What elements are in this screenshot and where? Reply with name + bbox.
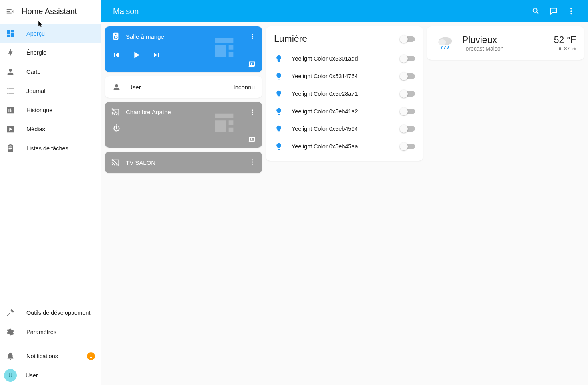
light-name: Yeelight Color 0x5eb4594 bbox=[292, 126, 358, 132]
prev-button[interactable] bbox=[111, 50, 121, 60]
lights-title: Lumière bbox=[274, 34, 307, 44]
avatar: U bbox=[4, 369, 17, 382]
chat-button[interactable] bbox=[545, 2, 562, 20]
sidebar-item-label: Médias bbox=[26, 126, 45, 132]
svg-line-15 bbox=[445, 46, 445, 49]
sidebar-item-apercu[interactable]: Aperçu bbox=[0, 24, 101, 43]
svg-point-6 bbox=[252, 109, 253, 111]
main: Maison Salle à manger bbox=[101, 0, 588, 385]
browse-media-button[interactable] bbox=[248, 59, 256, 68]
dashboard-icon bbox=[6, 29, 15, 38]
bulb-icon bbox=[274, 142, 284, 150]
lights-card: Lumière Yeelight Color 0x5301add Yeeligh… bbox=[266, 26, 423, 161]
person-icon bbox=[112, 83, 121, 91]
light-name: Yeelight Color 0x5301add bbox=[292, 55, 358, 62]
light-row[interactable]: Yeelight Color 0x5e28a71 bbox=[274, 85, 415, 103]
light-row[interactable]: Yeelight Color 0x5301add bbox=[274, 50, 415, 67]
media-card-salle[interactable]: Salle à manger bbox=[105, 26, 262, 72]
person-state: Inconnu bbox=[234, 84, 255, 91]
sidebar-item-user[interactable]: U User bbox=[0, 366, 101, 385]
clipboard-icon bbox=[6, 144, 15, 153]
cast-off-icon bbox=[111, 158, 120, 167]
svg-point-1 bbox=[570, 10, 572, 12]
svg-point-11 bbox=[252, 164, 253, 165]
svg-line-16 bbox=[448, 46, 449, 49]
light-toggle[interactable] bbox=[401, 91, 415, 97]
next-button[interactable] bbox=[151, 50, 161, 60]
light-toggle[interactable] bbox=[401, 109, 415, 114]
account-icon bbox=[6, 67, 15, 77]
browse-media-button[interactable] bbox=[248, 135, 256, 144]
sidebar-item-journal[interactable]: Journal bbox=[0, 81, 101, 101]
light-toggle[interactable] bbox=[401, 73, 415, 79]
flash-icon bbox=[6, 48, 15, 57]
sidebar-item-carte[interactable]: Carte bbox=[0, 62, 101, 81]
sidebar-item-dev[interactable]: Outils de développement bbox=[0, 303, 101, 322]
svg-point-9 bbox=[252, 159, 253, 160]
light-row[interactable]: Yeelight Color 0x5eb41a2 bbox=[274, 103, 415, 120]
media-more-button[interactable] bbox=[246, 30, 259, 43]
light-name: Yeelight Color 0x5eb45aa bbox=[292, 143, 358, 150]
gear-icon bbox=[6, 327, 15, 337]
light-row[interactable]: Yeelight Color 0x5eb4594 bbox=[274, 120, 415, 138]
sidebar-item-settings[interactable]: Paramètres bbox=[0, 322, 101, 342]
page-title: Maison bbox=[113, 7, 139, 16]
media-name: Chambre Agathe bbox=[126, 109, 171, 115]
svg-point-3 bbox=[252, 34, 253, 35]
person-card[interactable]: User Inconnu bbox=[105, 76, 262, 98]
sidebar-item-label: Carte bbox=[26, 69, 40, 75]
notification-badge: 1 bbox=[87, 352, 95, 360]
svg-point-7 bbox=[252, 112, 253, 113]
svg-point-5 bbox=[252, 38, 253, 39]
sidebar: Home Assistant Aperçu Énergie Carte Jour… bbox=[0, 0, 101, 385]
content: Salle à manger User Inconnu bbox=[101, 22, 588, 385]
bulb-icon bbox=[274, 55, 284, 63]
light-toggle[interactable] bbox=[401, 144, 415, 149]
media-card-chambre[interactable]: Chambre Agathe bbox=[105, 102, 262, 148]
media-more-button[interactable] bbox=[246, 106, 259, 118]
light-name: Yeelight Color 0x5314764 bbox=[292, 73, 358, 79]
sidebar-item-historique[interactable]: Historique bbox=[0, 101, 101, 120]
play-button[interactable] bbox=[131, 49, 142, 61]
light-name: Yeelight Color 0x5eb41a2 bbox=[292, 108, 358, 115]
col-1: Salle à manger User Inconnu bbox=[105, 26, 262, 173]
bulb-icon bbox=[274, 125, 284, 133]
bell-icon bbox=[6, 351, 15, 361]
hammer-icon bbox=[6, 308, 15, 318]
sidebar-nav: Aperçu Énergie Carte Journal Historique … bbox=[0, 22, 101, 303]
speaker-icon bbox=[111, 32, 120, 41]
more-button[interactable] bbox=[562, 2, 580, 20]
media-name: TV SALON bbox=[126, 159, 155, 166]
sidebar-item-energie[interactable]: Énergie bbox=[0, 43, 101, 62]
light-row[interactable]: Yeelight Color 0x5eb45aa bbox=[274, 138, 415, 155]
bulb-icon bbox=[274, 90, 284, 98]
light-toggle[interactable] bbox=[401, 56, 415, 61]
sidebar-item-label: Paramètres bbox=[26, 329, 56, 335]
media-more-button[interactable] bbox=[246, 156, 259, 168]
search-button[interactable] bbox=[527, 2, 545, 20]
weather-card[interactable]: Pluvieux Forecast Maison 52 °F 87 % bbox=[427, 26, 584, 60]
sidebar-item-label: User bbox=[26, 372, 38, 379]
sidebar-item-listes[interactable]: Listes de tâches bbox=[0, 139, 101, 158]
svg-line-14 bbox=[441, 46, 442, 49]
lights-master-toggle[interactable] bbox=[401, 36, 415, 42]
sidebar-item-notifications[interactable]: Notifications 1 bbox=[0, 347, 101, 366]
sidebar-item-label: Historique bbox=[26, 107, 52, 113]
menu-collapse-icon[interactable] bbox=[6, 7, 14, 16]
media-art-icon bbox=[210, 109, 238, 137]
media-card-tv[interactable]: TV SALON bbox=[105, 152, 262, 173]
sidebar-item-label: Listes de tâches bbox=[26, 145, 68, 152]
media-name: Salle à manger bbox=[126, 33, 166, 40]
light-row[interactable]: Yeelight Color 0x5314764 bbox=[274, 67, 415, 85]
bulb-icon bbox=[274, 107, 284, 115]
sidebar-item-label: Outils de développement bbox=[26, 310, 90, 316]
sidebar-item-label: Aperçu bbox=[26, 30, 45, 37]
light-toggle[interactable] bbox=[401, 126, 415, 132]
list-icon bbox=[6, 86, 15, 96]
col-3: Pluvieux Forecast Maison 52 °F 87 % bbox=[427, 26, 584, 60]
chart-icon bbox=[6, 105, 15, 115]
sidebar-item-medias[interactable]: Médias bbox=[0, 120, 101, 139]
divider bbox=[0, 344, 101, 344]
weather-forecast: Forecast Maison bbox=[462, 45, 503, 52]
sidebar-item-label: Énergie bbox=[26, 49, 46, 56]
